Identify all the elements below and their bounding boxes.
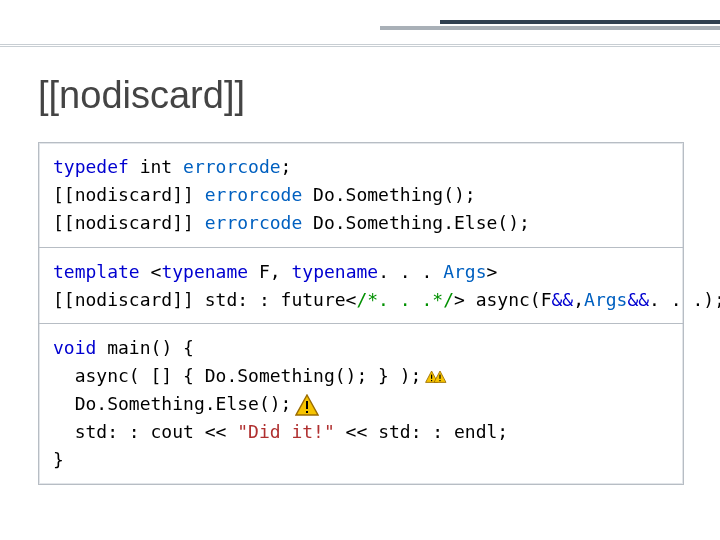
slide-title: [[nodiscard]] — [38, 74, 245, 117]
warning-icon — [295, 394, 319, 416]
code-text: void main() { async( [] { Do.Something()… — [53, 334, 669, 473]
code-block-1: typedef int errorcode; [[nodiscard]] err… — [39, 143, 683, 248]
horizontal-rule — [0, 44, 720, 48]
decor-stripe-dark — [440, 20, 720, 24]
svg-rect-1 — [431, 375, 432, 379]
slide: [[nodiscard]] typedef int errorcode; [[n… — [0, 0, 720, 540]
svg-rect-4 — [440, 375, 441, 379]
warning-icon — [425, 366, 465, 388]
code-panel: typedef int errorcode; [[nodiscard]] err… — [38, 142, 684, 485]
code-text: typedef int errorcode; [[nodiscard]] err… — [53, 153, 669, 237]
svg-rect-2 — [431, 380, 432, 381]
code-block-3: void main() { async( [] { Do.Something()… — [39, 324, 683, 483]
svg-rect-5 — [440, 380, 441, 381]
code-text: template <typename F, typename. . . Args… — [53, 258, 669, 314]
svg-rect-8 — [306, 411, 308, 413]
svg-rect-7 — [306, 401, 308, 409]
code-block-2: template <typename F, typename. . . Args… — [39, 248, 683, 325]
decor-stripe-gray — [380, 26, 720, 30]
